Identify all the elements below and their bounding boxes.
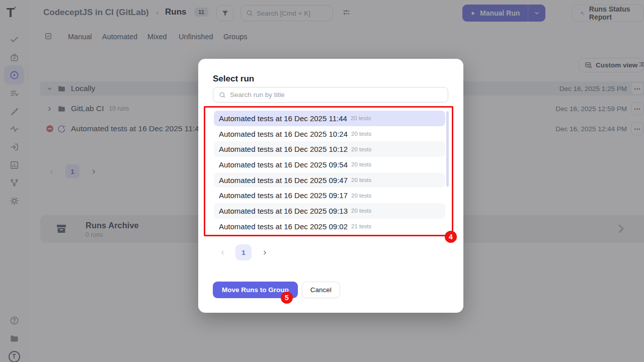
- modal-page-next-button[interactable]: [258, 249, 272, 256]
- annotation-badge-5: 5: [281, 292, 293, 304]
- modal-page-number[interactable]: 1: [235, 244, 252, 260]
- run-tests-count: 20 tests: [351, 208, 371, 214]
- run-list-item[interactable]: Automated tests at 16 Dec 2025 09:1320 t…: [214, 203, 445, 219]
- run-title: Automated tests at 16 Dec 2025 09:54: [219, 160, 348, 169]
- run-tests-count: 20 tests: [351, 161, 371, 167]
- run-tests-count: 20 tests: [351, 146, 371, 152]
- modal-actions: Move Runs to Group Cancel: [213, 282, 340, 298]
- run-list-item[interactable]: Automated tests at 16 Dec 2025 09:5420 t…: [214, 157, 445, 172]
- cancel-button[interactable]: Cancel: [302, 282, 340, 298]
- run-list-item[interactable]: Automated tests at 16 Dec 2025 09:1720 t…: [214, 188, 445, 203]
- search-icon: [219, 92, 226, 99]
- run-search-input[interactable]: [230, 91, 431, 99]
- select-run-modal: Select run Automated tests at 16 Dec 202…: [198, 59, 463, 313]
- modal-page-prev-button[interactable]: [215, 249, 229, 256]
- run-title: Automated tests at 16 Dec 2025 09:17: [219, 191, 348, 200]
- modal-title: Select run: [213, 74, 254, 84]
- run-list-item[interactable]: Automated tests at 16 Dec 2025 09:0221 t…: [214, 219, 445, 234]
- run-title: Automated tests at 16 Dec 2025 11:44: [219, 114, 347, 123]
- run-title: Automated tests at 16 Dec 2025 10:24: [219, 130, 348, 138]
- run-title: Automated tests at 16 Dec 2025 10:12: [219, 145, 348, 153]
- annotation-badge-4: 4: [445, 231, 457, 243]
- run-title: Automated tests at 16 Dec 2025 09:02: [219, 222, 348, 231]
- run-list-item[interactable]: Automated tests at 16 Dec 2025 09:4720 t…: [214, 172, 445, 188]
- run-tests-count: 20 tests: [351, 131, 371, 137]
- run-list-item[interactable]: Automated tests at 16 Dec 2025 10:1220 t…: [214, 141, 445, 157]
- app-window: Tʼ T CodeceptJS in CI (GitLab) › Runs 11…: [0, 0, 644, 362]
- run-tests-count: 20 tests: [351, 177, 371, 183]
- run-list: Automated tests at 16 Dec 2025 11:4420 t…: [214, 111, 445, 234]
- run-tests-count: 21 tests: [351, 223, 371, 229]
- run-tests-count: 20 tests: [351, 193, 371, 199]
- modal-pagination: 1: [215, 244, 272, 260]
- run-search-box[interactable]: [213, 87, 448, 103]
- run-title: Automated tests at 16 Dec 2025 09:47: [219, 176, 348, 185]
- run-title: Automated tests at 16 Dec 2025 09:13: [219, 207, 348, 215]
- run-list-item[interactable]: Automated tests at 16 Dec 2025 11:4420 t…: [214, 111, 445, 126]
- run-tests-count: 20 tests: [351, 115, 371, 121]
- run-list-item[interactable]: Automated tests at 16 Dec 2025 10:2420 t…: [214, 126, 445, 142]
- list-scrollbar[interactable]: [446, 111, 449, 187]
